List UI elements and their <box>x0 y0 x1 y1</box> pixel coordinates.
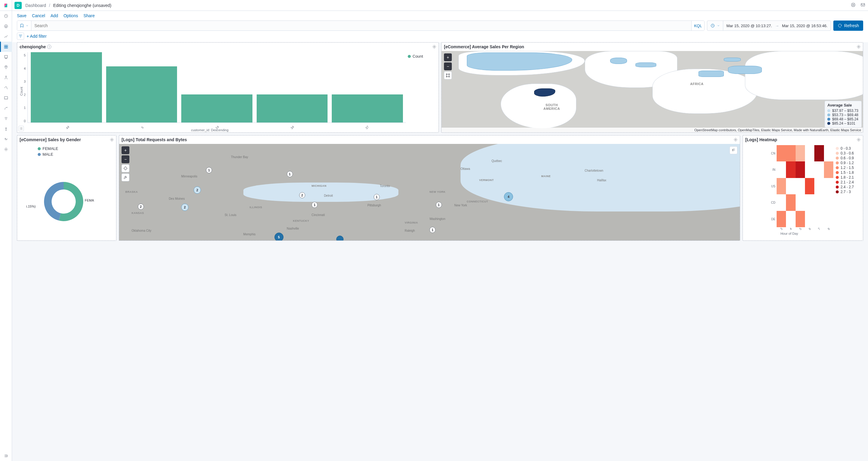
cluster-marker[interactable]: 2 <box>138 204 144 210</box>
help-icon[interactable] <box>850 2 856 8</box>
nav-heartbeat-icon[interactable] <box>0 134 12 144</box>
heatmap-cell[interactable] <box>777 178 786 194</box>
bar[interactable] <box>106 66 177 122</box>
nav-dashboard-icon[interactable] <box>0 42 12 52</box>
heatmap-cell[interactable] <box>777 211 786 227</box>
refresh-button[interactable]: Refresh <box>833 21 863 31</box>
quick-time-button[interactable] <box>707 21 723 30</box>
heatmap-cell[interactable] <box>814 178 824 194</box>
fit-bounds-icon[interactable] <box>444 71 452 79</box>
kql-toggle[interactable]: KQL <box>691 21 704 30</box>
legend-item[interactable]: 2.7 - 3 <box>836 190 861 194</box>
cluster-marker[interactable]: 5 <box>275 233 283 241</box>
time-from[interactable]: Mar 15, 2020 @ 10:13:27.→Mar 15, 2020 @ … <box>723 21 831 30</box>
legend-item[interactable]: Count <box>408 54 434 59</box>
heatmap-cell[interactable] <box>777 194 786 211</box>
heatmap-cell[interactable] <box>805 211 814 227</box>
heatmap-cell[interactable] <box>824 211 833 227</box>
cluster-marker[interactable]: 1 <box>287 171 293 177</box>
heatmap-cell[interactable] <box>805 178 814 194</box>
cluster-marker[interactable]: 2 <box>299 192 305 198</box>
heatmap-cell[interactable] <box>786 211 795 227</box>
tools-icon[interactable] <box>122 174 129 181</box>
newsfeed-icon[interactable] <box>860 2 866 8</box>
options-link[interactable]: Options <box>63 13 78 18</box>
nav-apm-icon[interactable] <box>0 103 12 114</box>
nav-uptime-icon[interactable] <box>0 114 12 124</box>
legend-item[interactable]: 0.9 - 1.2 <box>836 161 861 165</box>
nav-visualize-icon[interactable] <box>0 31 12 42</box>
nav-logs-icon[interactable] <box>0 93 12 103</box>
cluster-marker[interactable]: 4 <box>504 192 513 201</box>
heatmap-cell[interactable] <box>777 161 786 178</box>
search-input[interactable] <box>31 21 691 30</box>
heatmap-cell[interactable] <box>777 145 786 161</box>
bar[interactable] <box>257 94 328 122</box>
panel-gear-icon[interactable] <box>856 44 862 50</box>
legend-item[interactable]: FEMALE <box>38 146 105 151</box>
legend-item[interactable]: 0 - 0.3 <box>836 146 861 151</box>
panel-gear-icon[interactable] <box>733 137 739 143</box>
nav-canvas-icon[interactable] <box>0 52 12 62</box>
save-link[interactable]: Save <box>17 13 27 18</box>
panel-gear-icon[interactable] <box>109 137 115 143</box>
info-icon[interactable]: i <box>47 45 51 49</box>
map-canvas[interactable]: + − Thunder Bay Ottawa Québec Charlottet… <box>119 144 740 241</box>
heatmap-cell[interactable] <box>805 161 814 178</box>
legend-item[interactable]: 1.8 - 2.1 <box>836 175 861 180</box>
heatmap-cell[interactable] <box>824 178 833 194</box>
bar[interactable] <box>332 94 403 122</box>
nav-metrics-icon[interactable] <box>0 83 12 93</box>
nav-dev-icon[interactable] <box>0 144 12 154</box>
heatmap-cell[interactable] <box>786 178 795 194</box>
heatmap-cell[interactable] <box>824 194 833 211</box>
heatmap-cell[interactable] <box>814 161 824 178</box>
zoom-out-icon[interactable]: − <box>444 62 452 70</box>
nav-maps-icon[interactable] <box>0 62 12 72</box>
cancel-link[interactable]: Cancel <box>32 13 45 18</box>
heatmap-cell[interactable] <box>824 145 833 161</box>
legend-item[interactable]: 2.4 - 2.7 <box>836 185 861 189</box>
add-link[interactable]: Add <box>51 13 58 18</box>
zoom-out-icon[interactable]: − <box>122 155 129 163</box>
heatmap-cell[interactable] <box>796 161 805 178</box>
heatmap-cell[interactable] <box>796 194 805 211</box>
cluster-marker[interactable]: 1 <box>312 202 318 208</box>
breadcrumb-root[interactable]: Dashboard <box>25 3 46 8</box>
nav-discover-icon[interactable] <box>0 21 12 31</box>
heatmap-cell[interactable] <box>814 194 824 211</box>
nav-collapse-icon[interactable] <box>0 451 12 461</box>
heatmap-cell[interactable] <box>786 194 795 211</box>
bar[interactable] <box>31 52 102 122</box>
legend-item[interactable]: 0.6 - 0.9 <box>836 156 861 160</box>
heatmap-cell[interactable] <box>824 161 833 178</box>
heatmap-cell[interactable] <box>796 145 805 161</box>
cluster-marker[interactable]: 1 <box>206 167 212 173</box>
legend-item[interactable]: MALE <box>38 152 105 157</box>
heatmap-cell[interactable] <box>786 161 795 178</box>
share-link[interactable]: Share <box>84 13 95 18</box>
saved-queries-button[interactable] <box>17 21 31 30</box>
space-avatar[interactable]: D <box>14 2 22 9</box>
panel-gear-icon[interactable] <box>856 137 862 143</box>
heatmap-cell[interactable] <box>796 178 805 194</box>
cluster-marker[interactable]: 1 <box>436 202 442 208</box>
cluster-marker[interactable]: 2 <box>194 186 201 194</box>
legend-item[interactable]: 1.5 - 1.8 <box>836 171 861 175</box>
heatmap-cell[interactable] <box>814 211 824 227</box>
legend-item[interactable]: 0.3 - 0.6 <box>836 151 861 155</box>
panel-gear-icon[interactable] <box>431 44 437 50</box>
kibana-logo-icon[interactable] <box>0 0 12 11</box>
legend-item[interactable]: 2.1 - 2.4 <box>836 180 861 184</box>
heatmap-cell[interactable] <box>805 145 814 161</box>
filter-options-icon[interactable] <box>17 33 24 40</box>
heatmap-cell[interactable] <box>814 145 824 161</box>
heatmap-cell[interactable] <box>786 145 795 161</box>
legend-item[interactable]: 1.2 - 1.5 <box>836 166 861 170</box>
heatmap-cell[interactable] <box>805 194 814 211</box>
heatmap-cell[interactable] <box>796 211 805 227</box>
add-filter-link[interactable]: + Add filter <box>27 34 47 39</box>
locate-icon[interactable] <box>122 164 129 172</box>
zoom-in-icon[interactable]: + <box>444 53 452 61</box>
layers-icon[interactable] <box>730 146 737 154</box>
